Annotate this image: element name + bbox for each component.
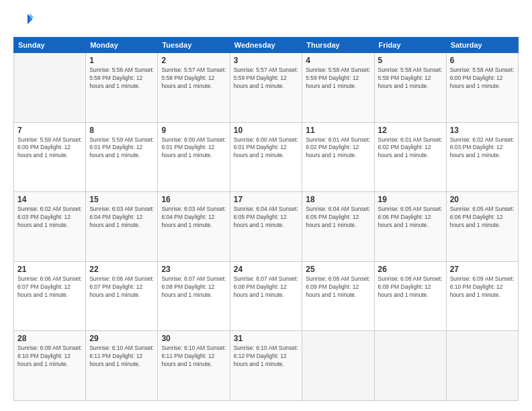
day-info: Sunrise: 6:08 AM Sunset: 6:09 PM Dayligh…	[378, 275, 443, 300]
calendar-cell: 26Sunrise: 6:08 AM Sunset: 6:09 PM Dayli…	[374, 261, 446, 331]
calendar-header-row: SundayMondayTuesdayWednesdayThursdayFrid…	[14, 38, 519, 53]
day-number: 28	[17, 334, 82, 343]
day-info: Sunrise: 5:59 AM Sunset: 6:00 PM Dayligh…	[17, 136, 82, 161]
calendar-table: SundayMondayTuesdayWednesdayThursdayFrid…	[13, 37, 519, 401]
day-info: Sunrise: 6:00 AM Sunset: 6:01 PM Dayligh…	[161, 136, 226, 161]
calendar-cell: 21Sunrise: 6:06 AM Sunset: 6:07 PM Dayli…	[14, 261, 86, 331]
calendar-cell: 23Sunrise: 6:07 AM Sunset: 6:08 PM Dayli…	[158, 261, 230, 331]
day-number: 22	[89, 265, 154, 274]
calendar-day-header: Saturday	[446, 38, 518, 53]
day-number: 13	[450, 126, 515, 135]
day-number: 18	[306, 195, 370, 204]
calendar-cell: 15Sunrise: 6:03 AM Sunset: 6:04 PM Dayli…	[86, 192, 158, 262]
calendar-cell: 10Sunrise: 6:00 AM Sunset: 6:01 PM Dayli…	[230, 122, 302, 192]
calendar-cell: 29Sunrise: 6:10 AM Sunset: 6:11 PM Dayli…	[86, 331, 158, 401]
header	[13, 10, 519, 30]
day-info: Sunrise: 6:02 AM Sunset: 6:03 PM Dayligh…	[17, 205, 82, 230]
calendar-cell: 17Sunrise: 6:04 AM Sunset: 6:05 PM Dayli…	[230, 192, 302, 262]
day-number: 8	[89, 126, 154, 135]
day-number: 7	[17, 126, 82, 135]
calendar-cell: 18Sunrise: 6:04 AM Sunset: 6:05 PM Dayli…	[302, 192, 374, 262]
day-info: Sunrise: 6:01 AM Sunset: 6:02 PM Dayligh…	[378, 136, 443, 161]
day-info: Sunrise: 6:08 AM Sunset: 6:09 PM Dayligh…	[306, 275, 370, 300]
day-number: 10	[234, 126, 299, 135]
day-info: Sunrise: 6:10 AM Sunset: 6:12 PM Dayligh…	[234, 345, 299, 369]
day-number: 3	[234, 56, 299, 65]
day-info: Sunrise: 6:05 AM Sunset: 6:06 PM Dayligh…	[450, 205, 515, 230]
day-number: 6	[450, 56, 515, 65]
day-number: 26	[378, 265, 443, 274]
calendar-day-header: Tuesday	[158, 38, 230, 53]
day-number: 21	[17, 265, 82, 274]
day-number: 12	[378, 126, 443, 135]
logo-icon	[13, 10, 34, 30]
calendar-cell: 13Sunrise: 6:02 AM Sunset: 6:03 PM Dayli…	[446, 122, 518, 192]
day-info: Sunrise: 6:07 AM Sunset: 6:08 PM Dayligh…	[234, 275, 299, 300]
calendar-cell: 8Sunrise: 5:59 AM Sunset: 6:01 PM Daylig…	[86, 122, 158, 192]
calendar-cell	[302, 331, 374, 401]
calendar-day-header: Monday	[86, 38, 158, 53]
day-info: Sunrise: 6:00 AM Sunset: 6:01 PM Dayligh…	[234, 136, 299, 161]
logo	[13, 10, 36, 30]
day-info: Sunrise: 5:58 AM Sunset: 5:59 PM Dayligh…	[306, 66, 370, 91]
day-info: Sunrise: 6:03 AM Sunset: 6:04 PM Dayligh…	[161, 205, 226, 230]
calendar-cell	[14, 53, 86, 123]
day-number: 16	[161, 195, 226, 204]
day-info: Sunrise: 6:10 AM Sunset: 6:11 PM Dayligh…	[161, 345, 226, 369]
calendar-cell: 19Sunrise: 6:05 AM Sunset: 6:06 PM Dayli…	[374, 192, 446, 262]
calendar-day-header: Wednesday	[230, 38, 302, 53]
calendar-cell: 7Sunrise: 5:59 AM Sunset: 6:00 PM Daylig…	[14, 122, 86, 192]
calendar-week-row: 21Sunrise: 6:06 AM Sunset: 6:07 PM Dayli…	[14, 261, 519, 331]
calendar-week-row: 28Sunrise: 6:09 AM Sunset: 6:10 PM Dayli…	[14, 331, 519, 401]
calendar-cell: 30Sunrise: 6:10 AM Sunset: 6:11 PM Dayli…	[158, 331, 230, 401]
day-number: 5	[378, 56, 443, 65]
calendar-cell: 5Sunrise: 5:58 AM Sunset: 5:59 PM Daylig…	[374, 53, 446, 123]
day-number: 4	[306, 56, 370, 65]
calendar-day-header: Friday	[374, 38, 446, 53]
day-number: 15	[89, 195, 154, 204]
calendar-cell: 16Sunrise: 6:03 AM Sunset: 6:04 PM Dayli…	[158, 192, 230, 262]
day-number: 11	[306, 126, 370, 135]
calendar-cell: 27Sunrise: 6:09 AM Sunset: 6:10 PM Dayli…	[446, 261, 518, 331]
calendar-cell: 28Sunrise: 6:09 AM Sunset: 6:10 PM Dayli…	[14, 331, 86, 401]
day-info: Sunrise: 5:57 AM Sunset: 5:58 PM Dayligh…	[161, 66, 226, 91]
day-info: Sunrise: 5:56 AM Sunset: 5:58 PM Dayligh…	[89, 66, 154, 91]
calendar-cell: 31Sunrise: 6:10 AM Sunset: 6:12 PM Dayli…	[230, 331, 302, 401]
calendar-cell: 4Sunrise: 5:58 AM Sunset: 5:59 PM Daylig…	[302, 53, 374, 123]
day-info: Sunrise: 6:09 AM Sunset: 6:10 PM Dayligh…	[17, 345, 82, 369]
day-number: 30	[161, 334, 226, 343]
day-info: Sunrise: 6:01 AM Sunset: 6:02 PM Dayligh…	[306, 136, 370, 161]
calendar-cell: 6Sunrise: 5:58 AM Sunset: 6:00 PM Daylig…	[446, 53, 518, 123]
calendar-cell: 11Sunrise: 6:01 AM Sunset: 6:02 PM Dayli…	[302, 122, 374, 192]
day-info: Sunrise: 5:58 AM Sunset: 5:59 PM Dayligh…	[378, 66, 443, 91]
calendar-cell: 1Sunrise: 5:56 AM Sunset: 5:58 PM Daylig…	[86, 53, 158, 123]
day-number: 1	[89, 56, 154, 65]
calendar-cell: 2Sunrise: 5:57 AM Sunset: 5:58 PM Daylig…	[158, 53, 230, 123]
day-number: 20	[450, 195, 515, 204]
day-number: 31	[234, 334, 299, 343]
day-number: 24	[234, 265, 299, 274]
calendar-cell	[374, 331, 446, 401]
day-info: Sunrise: 6:03 AM Sunset: 6:04 PM Dayligh…	[89, 205, 154, 230]
calendar-cell: 24Sunrise: 6:07 AM Sunset: 6:08 PM Dayli…	[230, 261, 302, 331]
day-number: 19	[378, 195, 443, 204]
calendar-cell	[446, 331, 518, 401]
day-info: Sunrise: 6:04 AM Sunset: 6:05 PM Dayligh…	[234, 205, 299, 230]
calendar-cell: 3Sunrise: 5:57 AM Sunset: 5:59 PM Daylig…	[230, 53, 302, 123]
day-number: 17	[234, 195, 299, 204]
day-info: Sunrise: 6:10 AM Sunset: 6:11 PM Dayligh…	[89, 345, 154, 369]
calendar-week-row: 1Sunrise: 5:56 AM Sunset: 5:58 PM Daylig…	[14, 53, 519, 123]
day-info: Sunrise: 6:05 AM Sunset: 6:06 PM Dayligh…	[378, 205, 443, 230]
calendar-week-row: 7Sunrise: 5:59 AM Sunset: 6:00 PM Daylig…	[14, 122, 519, 192]
day-info: Sunrise: 6:02 AM Sunset: 6:03 PM Dayligh…	[450, 136, 515, 161]
calendar-cell: 12Sunrise: 6:01 AM Sunset: 6:02 PM Dayli…	[374, 122, 446, 192]
calendar-week-row: 14Sunrise: 6:02 AM Sunset: 6:03 PM Dayli…	[14, 192, 519, 262]
calendar-cell: 25Sunrise: 6:08 AM Sunset: 6:09 PM Dayli…	[302, 261, 374, 331]
day-info: Sunrise: 6:06 AM Sunset: 6:07 PM Dayligh…	[17, 275, 82, 300]
day-number: 14	[17, 195, 82, 204]
calendar-cell: 14Sunrise: 6:02 AM Sunset: 6:03 PM Dayli…	[14, 192, 86, 262]
calendar-day-header: Sunday	[14, 38, 86, 53]
day-info: Sunrise: 6:09 AM Sunset: 6:10 PM Dayligh…	[450, 275, 515, 300]
day-info: Sunrise: 5:58 AM Sunset: 6:00 PM Dayligh…	[450, 66, 515, 91]
day-info: Sunrise: 6:04 AM Sunset: 6:05 PM Dayligh…	[306, 205, 370, 230]
